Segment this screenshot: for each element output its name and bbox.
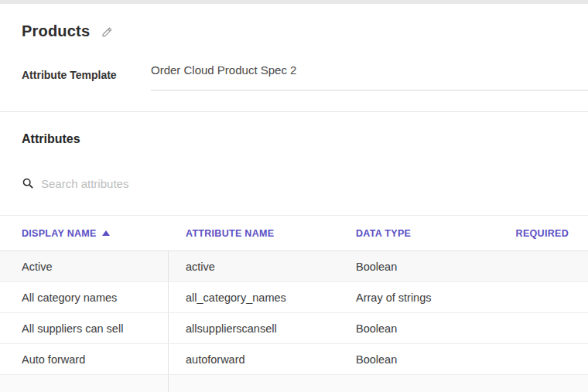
- attribute-template-input[interactable]: [151, 63, 588, 90]
- column-header-display-name[interactable]: DISPLAY NAME: [0, 216, 169, 251]
- attributes-search: [22, 176, 588, 191]
- table-row[interactable]: Auto forward autoforward Boolean: [0, 344, 588, 375]
- attributes-heading: Attributes: [22, 132, 588, 146]
- sort-ascending-icon: [102, 230, 110, 236]
- page-title: Products: [22, 22, 90, 40]
- cell-attribute-name: active: [169, 251, 348, 281]
- cell-required: [511, 282, 588, 312]
- cell-data-type: Array of strings: [348, 282, 511, 312]
- attribute-template-field: Attribute Template: [22, 63, 588, 90]
- table-row[interactable]: All suppliers can sell allsupplierscanse…: [0, 313, 588, 344]
- table-row[interactable]: Active active Boolean: [0, 251, 588, 282]
- cell-display-name: Auto forward: [0, 344, 169, 374]
- cell-data-type: Boolean: [348, 251, 511, 281]
- cell-display-name: Active: [0, 251, 169, 281]
- column-header-required[interactable]: REQUIRED: [511, 216, 588, 251]
- cell-required: [511, 313, 588, 343]
- cell-required: [511, 344, 588, 374]
- cell-display-name: All category names: [0, 282, 169, 312]
- cell-required: [511, 251, 588, 281]
- search-icon: [22, 177, 34, 189]
- cell-data-type: Boolean: [348, 313, 511, 343]
- edit-pencil-icon[interactable]: [101, 26, 113, 38]
- table-header-row: DISPLAY NAME ATTRIBUTE NAME DATA TYPE RE…: [0, 216, 588, 251]
- cell-display-name: All suppliers can sell: [0, 313, 169, 343]
- page-header: Products: [22, 22, 588, 40]
- attributes-table: DISPLAY NAME ATTRIBUTE NAME DATA TYPE RE…: [0, 215, 588, 392]
- column-header-attribute-name[interactable]: ATTRIBUTE NAME: [169, 216, 348, 251]
- cell-attribute-name: allsupplierscansell: [169, 313, 348, 343]
- table-row-partial[interactable]: [0, 375, 588, 392]
- cell-data-type: Boolean: [348, 344, 511, 374]
- attribute-template-label: Attribute Template: [22, 63, 151, 81]
- cell-attribute-name: all_category_names: [169, 282, 348, 312]
- section-divider: [0, 111, 588, 112]
- table-row[interactable]: All category names all_category_names Ar…: [0, 282, 588, 313]
- column-header-data-type[interactable]: DATA TYPE: [348, 216, 511, 251]
- cell-attribute-name: autoforward: [169, 344, 348, 374]
- top-divider-strip: [0, 0, 588, 4]
- search-input[interactable]: [41, 177, 366, 190]
